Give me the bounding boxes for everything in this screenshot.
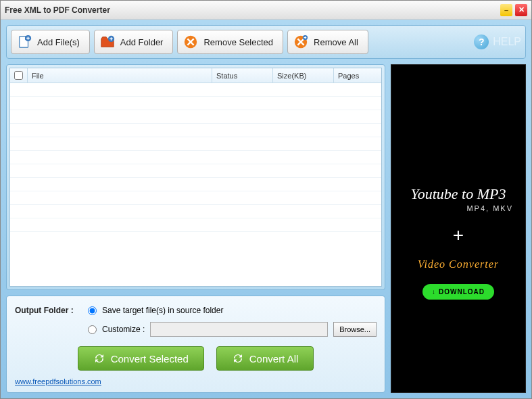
refresh-icon <box>93 352 105 365</box>
convert-selected-label: Convert Selected <box>111 353 189 365</box>
output-folder-label: Output Folder : <box>15 306 82 315</box>
add-folder-button[interactable]: Add Folder <box>94 30 174 54</box>
refresh-icon <box>232 352 244 365</box>
table-body[interactable] <box>10 83 381 286</box>
app-window: Free XML to PDF Converter – ✕ Add File(s… <box>0 0 532 399</box>
browse-button[interactable]: Browse... <box>333 322 377 337</box>
table-row <box>10 83 381 97</box>
convert-all-label: Convert All <box>249 353 299 365</box>
add-files-label: Add File(s) <box>37 37 80 47</box>
header-checkbox-cell <box>10 68 28 83</box>
table-row <box>10 97 381 110</box>
remove-all-label: Remove All <box>314 37 358 47</box>
table-row <box>10 110 381 124</box>
left-column: File Status Size(KB) Pages <box>6 64 385 393</box>
output-row-source: Output Folder : Save target file(s) in s… <box>15 306 377 315</box>
toolbar: Add File(s) Add Folder Remove Selected R… <box>6 25 526 59</box>
download-arrow-icon: ↓ <box>432 288 436 296</box>
main-row: File Status Size(KB) Pages <box>6 64 526 393</box>
custom-path-input[interactable] <box>150 322 328 337</box>
file-table-panel: File Status Size(KB) Pages <box>6 64 385 290</box>
radio-source-label: Save target file(s) in source folder <box>102 306 223 315</box>
minimize-button[interactable]: – <box>500 4 512 16</box>
radio-customize-label: Customize : <box>102 325 145 334</box>
add-files-button[interactable]: Add File(s) <box>11 30 90 54</box>
table-row <box>10 218 381 232</box>
folder-plus-icon <box>100 34 115 49</box>
radio-source-folder[interactable] <box>88 306 97 315</box>
table-row <box>10 178 381 191</box>
close-button[interactable]: ✕ <box>515 4 527 16</box>
footer-link-row: www.freepdfsolutions.com <box>15 377 377 385</box>
remove-selected-icon <box>183 34 198 49</box>
table-row <box>10 137 381 151</box>
select-all-checkbox[interactable] <box>14 71 23 80</box>
remove-selected-button[interactable]: Remove Selected <box>177 30 283 54</box>
table-row <box>10 151 381 164</box>
website-link[interactable]: www.freepdfsolutions.com <box>15 377 101 385</box>
help-button[interactable]: ? HELP <box>474 34 521 49</box>
output-panel: Output Folder : Save target file(s) in s… <box>6 296 385 393</box>
convert-all-button[interactable]: Convert All <box>216 346 314 371</box>
convert-selected-button[interactable]: Convert Selected <box>78 346 204 371</box>
header-size[interactable]: Size(KB) <box>273 68 334 83</box>
add-folder-label: Add Folder <box>120 37 164 47</box>
ad-plus-icon: + <box>453 225 464 246</box>
convert-row: Convert Selected Convert All <box>15 346 377 371</box>
help-label: HELP <box>493 36 521 48</box>
remove-all-button[interactable]: Remove All <box>287 30 368 54</box>
ad-title: Youtube to MP3 <box>411 185 506 203</box>
table-row <box>10 191 381 205</box>
header-file[interactable]: File <box>28 68 212 83</box>
radio-customize[interactable] <box>88 325 97 334</box>
table-row <box>10 124 381 137</box>
file-table: File Status Size(KB) Pages <box>9 68 382 287</box>
help-icon: ? <box>474 34 489 49</box>
remove-all-icon <box>293 34 308 49</box>
ad-download-button[interactable]: ↓ DOWNLOAD <box>422 284 494 300</box>
file-plus-icon <box>17 34 32 49</box>
titlebar: Free XML to PDF Converter – ✕ <box>1 1 531 20</box>
content-area: Add File(s) Add Folder Remove Selected R… <box>1 20 531 398</box>
output-row-custom: Customize : Browse... <box>15 322 377 337</box>
window-title: Free XML to PDF Converter <box>5 5 498 15</box>
table-header: File Status Size(KB) Pages <box>10 68 381 83</box>
header-pages[interactable]: Pages <box>334 68 381 83</box>
ad-download-label: DOWNLOAD <box>439 288 485 296</box>
table-row <box>10 205 381 218</box>
header-status[interactable]: Status <box>212 68 273 83</box>
remove-selected-label: Remove Selected <box>203 37 273 47</box>
ad-subtitle: MP4, MKV <box>466 204 513 212</box>
ad-panel: Youtube to MP3 MP4, MKV + Video Converte… <box>391 64 526 393</box>
table-row <box>10 164 381 178</box>
ad-video-converter: Video Converter <box>418 258 499 271</box>
